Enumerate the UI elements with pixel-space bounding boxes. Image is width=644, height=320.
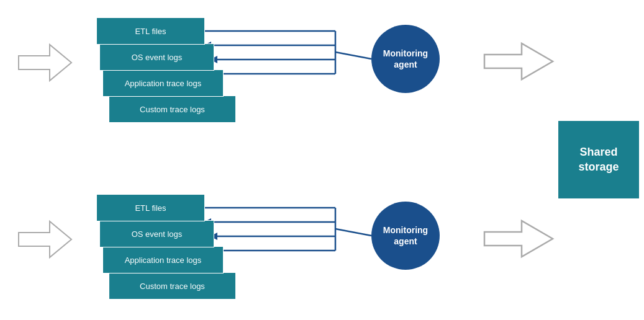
app-trace-box-top: Application trace logs [102,69,224,97]
etl-files-box-top: ETL files [96,17,205,45]
shared-storage-box: Shared storage [558,121,639,198]
os-event-logs-box-top: OS event logs [99,43,214,71]
agent-to-storage-arrow-top [484,43,553,79]
monitoring-agent-bottom: Monitoring agent [371,202,440,270]
svg-line-11 [335,229,371,236]
log-stack-bottom: ETL files OS event logs Application trac… [96,194,236,300]
input-arrow-bottom [19,221,71,257]
monitoring-agent-top: Monitoring agent [371,25,440,93]
os-event-logs-box-bottom: OS event logs [99,220,214,247]
log-stack-top: ETL files OS event logs Application trac… [96,17,236,123]
input-arrow-top [19,45,71,81]
custom-trace-box-top: Custom trace logs [109,96,236,123]
architecture-diagram: ETL files OS event logs Application trac… [0,0,644,320]
svg-line-5 [335,52,371,59]
agent-to-storage-arrow-bottom [484,221,553,257]
app-trace-box-bottom: Application trace logs [102,246,224,273]
custom-trace-box-bottom: Custom trace logs [109,272,236,300]
etl-files-box-bottom: ETL files [96,194,205,221]
